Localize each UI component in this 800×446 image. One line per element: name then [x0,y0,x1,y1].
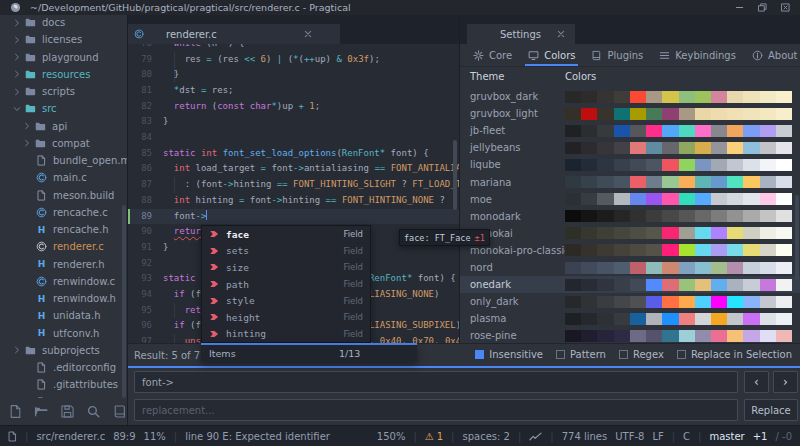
theme-row-only_dark[interactable]: only_dark [460,293,800,310]
code-line-79[interactable]: 79 res = (res << 6) | (*(++up) & 0x3f); [128,52,460,68]
tree-item-meson.build[interactable]: meson.build [0,187,127,204]
chevron-right-icon[interactable] [13,19,21,27]
option-replace-in-selection[interactable]: Replace in Selection [677,349,792,360]
theme-row-jb-fleet[interactable]: jb-fleet [460,122,800,139]
statusbar-item[interactable]: UTF-8 [615,431,644,442]
theme-row-monodark[interactable]: monodark [460,208,800,225]
tab-renderer-c[interactable]: renderer.c [128,24,340,44]
new-file-icon[interactable] [8,404,23,419]
search-icon[interactable] [86,404,101,419]
settings-tab-core[interactable]: Core [473,44,512,66]
save-icon[interactable] [60,404,75,419]
chevron-down-icon[interactable] [13,105,21,113]
tree-item-playground[interactable]: playground [0,49,127,66]
chevron-right-icon[interactable] [13,53,21,61]
theme-row-jellybeans[interactable]: jellybeans [460,139,800,156]
tree-item-bundle_open.m[interactable]: bundle_open.m [0,152,127,169]
statusbar-item[interactable]: 150% [377,431,406,442]
theme-row-gruvbox_dark[interactable]: gruvbox_dark [460,88,800,105]
statusbar-item[interactable]: master [709,431,744,442]
settings-scrollbar[interactable] [795,195,799,280]
theme-row-liqube[interactable]: liqube [460,156,800,173]
statusbar-item[interactable]: line 90 E: Expected identifier [185,431,330,442]
tree-item-renderer.c[interactable]: renderer.c [0,238,127,255]
autocomplete-item-height[interactable]: heightField [202,309,370,326]
chevron-right-icon[interactable] [23,122,31,130]
tree-item-dot-gitattributes[interactable]: .gitattributes [0,376,127,393]
checkbox-icon[interactable] [677,350,686,359]
theme-row-onedark[interactable]: onedark [460,276,800,293]
autocomplete-item-style[interactable]: styleField [202,292,370,309]
tree-item-dot-editorconfig[interactable]: .editorconfig [0,359,127,376]
code-line-87[interactable]: 87 : (font->hinting == FONT_HINTING_SLIG… [128,177,460,193]
checkbox-icon[interactable] [556,350,565,359]
tab-settings[interactable]: Settings [467,24,575,44]
tree-item-licenses[interactable]: licenses [0,31,127,48]
tree-item-docs[interactable]: docs [0,15,127,31]
editor-scrollbar[interactable] [453,140,457,210]
tree-item-rencache.c[interactable]: rencache.c [0,204,127,221]
statusbar-item[interactable]: 11% [144,431,166,442]
code-line-86[interactable]: 86 int load_target = font->antialiasing … [128,161,460,177]
open-folder-icon[interactable] [34,404,49,419]
theme-row-monokai-pro-classic[interactable]: monokai-pro-classic [460,242,800,259]
replace-button[interactable]: Replace [744,399,798,421]
statusbar-item[interactable]: / -0 [775,431,792,442]
theme-row-moe[interactable]: moe [460,191,800,208]
option-pattern[interactable]: Pattern [556,349,606,360]
tree-item-scripts[interactable]: scripts [0,83,127,100]
tree-item-renwindow.c[interactable]: renwindow.c [0,273,127,290]
autocomplete-item-face[interactable]: faceField [202,226,370,243]
autocomplete-item-path[interactable]: pathField [202,276,370,293]
theme-row-rose-pine[interactable]: rose-pine [460,327,800,343]
statusbar-item[interactable]: +1 [753,431,768,442]
replace-input[interactable] [134,399,738,421]
statusbar-item[interactable]: 89:9 [113,431,135,442]
chevron-right-icon[interactable] [13,88,21,96]
checkbox-icon[interactable] [619,350,628,359]
chevron-right-icon[interactable] [13,36,21,44]
find-next-button[interactable]: › [773,371,798,393]
minimize-button[interactable] [735,3,744,12]
code-line-81[interactable]: 81 *dst = res; [128,83,460,99]
restore-button[interactable] [758,3,767,12]
chevron-right-icon[interactable] [23,139,31,147]
warning-count[interactable]: ⚠1 [425,431,443,442]
theme-row-gruvbox_light[interactable]: gruvbox_light [460,105,800,122]
theme-row-mariana[interactable]: mariana [460,174,800,191]
tree-item-api[interactable]: api [0,118,127,135]
tab-close-icon[interactable] [304,30,312,38]
autocomplete-item-size[interactable]: sizeField [202,259,370,276]
close-window-button[interactable] [781,3,790,12]
tree-item-main.c[interactable]: main.c [0,169,127,186]
theme-row-nord[interactable]: nord [460,259,800,276]
tree-item-compat[interactable]: compat [0,135,127,152]
chevron-right-icon[interactable] [13,70,21,78]
theme-row-plasma[interactable]: plasma [460,310,800,327]
code-line-80[interactable]: 80 } [128,67,460,83]
tree-item-subprojects[interactable]: subprojects [0,342,127,359]
tree-item-utfconv.h[interactable]: Hutfconv.h [0,325,127,342]
settings-tab-plugins[interactable]: Plugins [591,44,643,66]
code-line-83[interactable]: 83} [128,114,460,130]
option-insensitive[interactable]: Insensitive [475,349,543,360]
statusbar-item[interactable]: LF [652,431,663,442]
tree-item-unidata.h[interactable]: Hunidata.h [0,307,127,324]
statusbar-item[interactable]: C [683,431,690,442]
autocomplete-item-hinting[interactable]: hintingField [202,326,370,343]
find-previous-button[interactable]: ‹ [744,371,769,393]
statusbar-item[interactable]: spaces: 2 [462,431,509,442]
tree-item-renderer.h[interactable]: Hrenderer.h [0,256,127,273]
settings-tab-keybindings[interactable]: Keybindings [659,44,736,66]
statusbar-item[interactable]: src/renderer.c [36,431,105,442]
code-line-89[interactable]: 89 font-> [128,209,460,225]
doc-icon[interactable] [8,431,17,442]
settings-close-icon[interactable] [557,30,565,38]
code-line-88[interactable]: 88 int hinting = font->hinting == FONT_H… [128,193,460,209]
tree-item-resources[interactable]: resources [0,66,127,83]
find-input[interactable] [134,371,738,393]
code-line-85[interactable]: 85static int font_set_load_options(RenFo… [128,146,460,162]
chevron-right-icon[interactable] [13,346,21,354]
chart-icon[interactable] [529,431,542,442]
option-regex[interactable]: Regex [619,349,664,360]
